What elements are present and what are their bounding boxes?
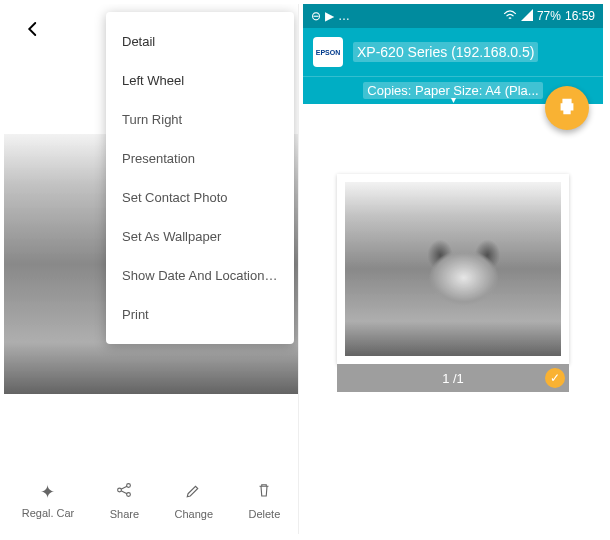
share-icon <box>115 481 133 504</box>
menu-item-show-date-location[interactable]: Show Date And Location Tag <box>106 256 294 295</box>
printer-selector-bar[interactable]: EPSON XP-620 Series (192.168.0.5) <box>303 28 603 76</box>
preview-photo-thumbnail[interactable] <box>337 174 569 364</box>
delete-button[interactable]: Delete <box>248 481 280 520</box>
edit-label: Change <box>174 508 213 520</box>
menu-item-set-contact-photo[interactable]: Set Contact Photo <box>106 178 294 217</box>
cat-photo-image <box>345 182 561 356</box>
auto-adjust-button[interactable]: ✦ Regal. Car <box>22 481 75 520</box>
menu-item-turn-right[interactable]: Turn Right <box>106 100 294 139</box>
gallery-viewer-panel: Detail Left Wheel Turn Right Presentatio… <box>4 4 299 534</box>
svg-line-3 <box>121 486 127 489</box>
play-store-icon: ▶ <box>325 9 334 23</box>
svg-point-0 <box>118 488 122 492</box>
svg-point-2 <box>127 493 131 497</box>
menu-item-set-as-wallpaper[interactable]: Set As Wallpaper <box>106 217 294 256</box>
print-app-panel: ⊖ ▶ … 77% 16:59 EPSON XP-620 Series (192… <box>303 4 603 534</box>
bottom-toolbar: ✦ Regal. Car Share Change Delete <box>4 473 298 528</box>
chevron-left-icon <box>24 20 42 38</box>
overflow-menu: Detail Left Wheel Turn Right Presentatio… <box>106 12 294 344</box>
clock-time: 16:59 <box>565 9 595 23</box>
menu-item-print[interactable]: Print <box>106 295 294 334</box>
print-preview: 1 /1 ✓ <box>337 174 569 392</box>
back-button[interactable] <box>24 18 42 44</box>
page-indicator: 1 /1 <box>442 371 464 386</box>
svg-line-4 <box>121 491 127 494</box>
chevron-down-icon: ▾ <box>451 94 456 105</box>
signal-icon <box>521 9 533 24</box>
android-status-bar: ⊖ ▶ … 77% 16:59 <box>303 4 603 28</box>
selected-check-badge[interactable]: ✓ <box>545 368 565 388</box>
printer-icon <box>556 95 578 122</box>
wand-icon: ✦ <box>40 481 55 503</box>
preview-footer-bar: 1 /1 ✓ <box>337 364 569 392</box>
trash-icon <box>255 481 273 504</box>
delete-label: Delete <box>248 508 280 520</box>
epson-logo-icon: EPSON <box>313 37 343 67</box>
print-fab-button[interactable] <box>545 86 589 130</box>
share-label: Share <box>110 508 139 520</box>
menu-item-presentation[interactable]: Presentation <box>106 139 294 178</box>
svg-point-1 <box>127 484 131 488</box>
more-notifications-icon: … <box>338 9 350 23</box>
share-button[interactable]: Share <box>110 481 139 520</box>
battery-percentage: 77% <box>537 9 561 23</box>
wifi-icon <box>503 9 517 24</box>
menu-item-left-wheel[interactable]: Left Wheel <box>106 61 294 100</box>
pencil-icon <box>185 481 203 504</box>
auto-adjust-label: Regal. Car <box>22 507 75 519</box>
edit-button[interactable]: Change <box>174 481 213 520</box>
minus-icon: ⊖ <box>311 9 321 23</box>
printer-name-label: XP-620 Series (192.168.0.5) <box>353 42 538 62</box>
menu-item-detail[interactable]: Detail <box>106 22 294 61</box>
